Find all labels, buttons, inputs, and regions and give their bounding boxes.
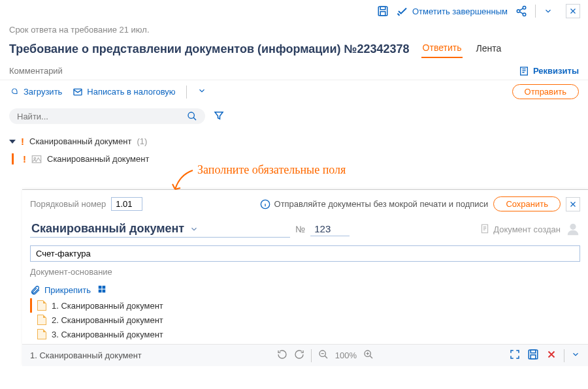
- share-icon[interactable]: [515, 5, 527, 17]
- tab-feed[interactable]: Лента: [474, 40, 502, 57]
- save-button[interactable]: Сохранить: [493, 196, 561, 211]
- search-icon[interactable]: [187, 111, 197, 121]
- doc-icon: [480, 224, 489, 234]
- current-file-label: 1. Сканированный документ: [22, 350, 142, 360]
- svg-rect-1: [380, 7, 385, 10]
- file-list: 1. Сканированный документ 2. Сканированн…: [22, 298, 588, 341]
- svg-point-8: [188, 112, 194, 118]
- warning-icon: !: [21, 136, 24, 147]
- svg-rect-2: [380, 12, 385, 16]
- svg-rect-16: [99, 290, 102, 293]
- info-icon: [260, 199, 270, 210]
- basis-doc-field[interactable]: Документ-основание: [30, 267, 112, 277]
- warning-icon: !: [23, 153, 26, 164]
- tree-parent-label: Сканированный документ: [29, 136, 131, 146]
- divider: [535, 5, 536, 18]
- chevron-down-icon: [189, 225, 199, 234]
- chevron-down-icon[interactable]: [544, 7, 553, 16]
- filter-icon[interactable]: [213, 110, 225, 123]
- rotate-left-icon[interactable]: [277, 349, 287, 362]
- grid-icon[interactable]: [97, 285, 106, 296]
- caret-down-icon: [9, 140, 16, 144]
- chevron-down-icon[interactable]: [197, 86, 206, 97]
- close-button[interactable]: [566, 4, 580, 18]
- doc-type-input[interactable]: [30, 245, 580, 262]
- chevron-down-icon[interactable]: [571, 350, 580, 361]
- deadline-text: Срок ответа на требование 21 июл.: [0, 22, 588, 37]
- rotate-right-icon[interactable]: [294, 349, 304, 362]
- close-panel-button[interactable]: [566, 197, 580, 211]
- svg-rect-21: [531, 350, 536, 353]
- svg-rect-12: [482, 225, 488, 233]
- details-link[interactable]: Реквизиты: [519, 66, 579, 76]
- tree-parent-count: (1): [137, 136, 147, 146]
- write-tax-link[interactable]: Написать в налоговую: [73, 87, 175, 97]
- file-item[interactable]: 3. Сканированный документ: [30, 327, 580, 341]
- search-input[interactable]: [17, 112, 187, 121]
- upload-link[interactable]: Загрузить: [9, 87, 62, 97]
- svg-rect-22: [531, 355, 536, 359]
- mark-complete-label: Отметить завершенным: [412, 7, 508, 16]
- mark-complete-button[interactable]: Отметить завершенным: [397, 5, 508, 17]
- tree-parent[interactable]: ! Сканированный документ (1): [9, 136, 579, 147]
- disk-save-icon[interactable]: [377, 5, 389, 17]
- attach-link[interactable]: Прикрепить: [30, 285, 91, 296]
- num-label: №: [295, 224, 305, 234]
- svg-point-5: [523, 13, 526, 16]
- file-icon: [37, 300, 46, 311]
- comment-input[interactable]: [9, 63, 511, 78]
- page-title: Требование о представлении документов (и…: [9, 42, 410, 56]
- doc-name-select[interactable]: Сканированный документ: [30, 221, 290, 238]
- file-icon: [37, 329, 46, 339]
- search-box[interactable]: [9, 108, 205, 124]
- ord-label: Порядковый номер: [30, 199, 106, 209]
- ord-input[interactable]: [111, 197, 142, 211]
- zoom-out-icon[interactable]: [318, 349, 329, 362]
- file-icon: [37, 315, 46, 325]
- disk-save-icon[interactable]: [527, 349, 539, 362]
- zoom-in-icon[interactable]: [363, 349, 374, 362]
- svg-rect-15: [103, 286, 106, 289]
- tree-child-label: Сканированный документ: [47, 154, 149, 164]
- info-text: Отправляйте документы без мокрой печати …: [260, 199, 489, 210]
- avatar-icon[interactable]: [566, 222, 580, 236]
- annotation: Заполните обязательные поля: [0, 167, 588, 189]
- file-item[interactable]: 2. Сканированный документ: [30, 313, 580, 327]
- doc-status: Документ создан: [480, 224, 561, 234]
- zoom-level[interactable]: 100%: [335, 350, 357, 360]
- doc-num-input[interactable]: 123: [310, 222, 350, 236]
- delete-icon[interactable]: [546, 349, 557, 362]
- fullscreen-icon[interactable]: [509, 349, 521, 362]
- tab-reply[interactable]: Ответить: [421, 40, 463, 58]
- svg-point-3: [523, 7, 526, 10]
- image-placeholder-icon: [31, 155, 42, 164]
- svg-point-13: [570, 224, 576, 230]
- svg-rect-17: [103, 290, 106, 293]
- svg-point-10: [34, 157, 36, 159]
- svg-point-4: [517, 10, 520, 13]
- clip-icon: [30, 285, 41, 296]
- svg-rect-14: [99, 286, 102, 289]
- send-button[interactable]: Отправить: [512, 84, 579, 99]
- file-item[interactable]: 1. Сканированный документ: [30, 298, 580, 313]
